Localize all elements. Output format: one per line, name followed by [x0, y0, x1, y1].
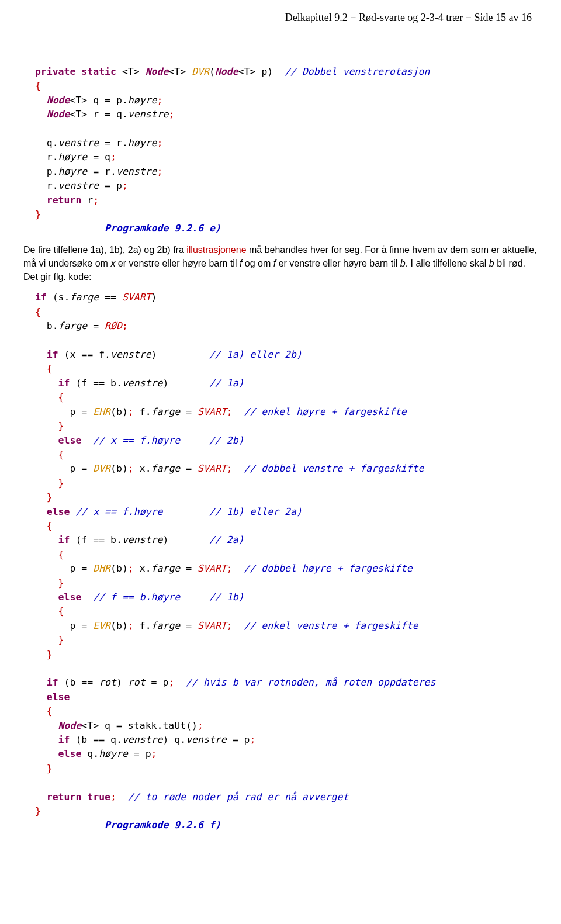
- cmt-ffb: // f == b.høyre: [93, 591, 180, 603]
- kw-if: if: [35, 292, 47, 303]
- kw-else4: else: [47, 691, 70, 702]
- type-node: Node: [146, 66, 169, 77]
- kw-if3: if: [58, 378, 70, 389]
- kw-if6: if: [58, 734, 70, 745]
- f-venstre7: venstre: [122, 534, 163, 545]
- kw-else3: else: [58, 591, 82, 603]
- cmt-enkv: // enkel venstre + fargeskifte: [244, 620, 418, 631]
- f-venstre9: venstre: [186, 734, 227, 745]
- cmt-1a2b: // 1a) eller 2b): [209, 349, 302, 360]
- kw-if2: if: [47, 349, 58, 360]
- f-farge4: farge: [151, 463, 181, 474]
- c-svart: SVART: [122, 292, 151, 303]
- comment-1: // Dobbel venstrerotasjon: [285, 66, 430, 77]
- em-b2: b: [489, 258, 494, 268]
- type-node-4: Node: [47, 109, 70, 120]
- type-node5: Node: [58, 720, 82, 731]
- f-venstre2: venstre: [58, 137, 99, 148]
- func-dvr2: DVR: [93, 463, 110, 474]
- f-rot2: rot: [128, 677, 146, 688]
- kw-else5: else: [58, 748, 82, 759]
- caption-2: Programkode 9.2.6 f): [105, 819, 221, 830]
- func-dhr: DHR: [93, 563, 110, 574]
- caption-1: Programkode 9.2.6 e): [105, 223, 221, 234]
- f-hoyre: høyre: [128, 95, 157, 106]
- f-hoyre5: høyre: [99, 748, 128, 759]
- f-venstre3: venstre: [116, 166, 157, 177]
- f-venstre5: venstre: [110, 349, 151, 360]
- type-node-3: Node: [47, 95, 70, 106]
- c-svart4: SVART: [198, 563, 227, 574]
- type-node-2: Node: [215, 66, 238, 77]
- cmt-1a: // 1a): [209, 378, 244, 389]
- kw-if4: if: [58, 534, 70, 545]
- cmt-1b2a: // 1b) eller 2a): [209, 506, 302, 517]
- func-dvr: DVR: [192, 66, 209, 77]
- link-illustrasjonene[interactable]: illustrasjonene: [186, 245, 246, 255]
- cmt-2b: // 2b): [209, 435, 244, 446]
- f-farge3: farge: [151, 406, 181, 417]
- prose-1f: . I alle tilfellene skal: [406, 258, 489, 268]
- f-farge5: farge: [151, 563, 181, 574]
- kw-if5: if: [47, 677, 58, 688]
- f-venstre: venstre: [128, 109, 169, 120]
- c-svart5: SVART: [198, 620, 227, 631]
- cmt-avv: // to røde noder på rad er nå avverget: [128, 791, 349, 802]
- prose-1c: er venstre eller høyre barn til: [115, 258, 240, 268]
- prose-1d: og om: [242, 258, 273, 268]
- f-rot: rot: [99, 677, 116, 688]
- cmt-enkh: // enkel høyre + fargeskifte: [244, 406, 407, 417]
- cmt-2a: // 2a): [209, 534, 244, 545]
- cmt-xfh: // x == f.høyre: [93, 435, 180, 446]
- cmt-1b: // 1b): [209, 591, 244, 603]
- kw-return: return: [47, 195, 82, 206]
- f-hoyre2: høyre: [128, 137, 157, 148]
- c-svart2: SVART: [198, 406, 227, 417]
- kw-private: private: [35, 66, 76, 77]
- func-evr: EVR: [93, 620, 110, 631]
- kw-else: else: [58, 435, 82, 446]
- code-block-1: private static <T> Node<T> DVR(Node<T> p…: [23, 65, 538, 236]
- code-block-2: if (s.farge == SVART) { b.farge = RØD; i…: [23, 290, 538, 832]
- page-header: Delkapittel 9.2 − Rød-svarte og 2-3-4 tr…: [23, 12, 532, 24]
- f-venstre6: venstre: [122, 378, 163, 389]
- kw-true: true: [87, 791, 110, 802]
- f-hoyre4: høyre: [58, 166, 88, 177]
- prose-1a: De fire tilfellene 1a), 1b), 2a) og 2b) …: [23, 245, 186, 255]
- func-ehr: EHR: [93, 406, 110, 417]
- cmt-dobh: // dobbel høyre + fargeskifte: [244, 563, 413, 574]
- kw-else2: else: [47, 506, 70, 517]
- f-farge6: farge: [151, 620, 181, 631]
- f-venstre8: venstre: [122, 734, 163, 745]
- prose-1e: er venstre eller høyre barn til: [276, 258, 400, 268]
- cmt-xfh2: // x == f.høyre: [75, 506, 162, 517]
- kw-static: static: [81, 66, 116, 77]
- kw-return2: return: [47, 791, 82, 802]
- f-venstre4: venstre: [58, 180, 99, 191]
- em-b: b: [400, 258, 406, 268]
- c-svart3: SVART: [198, 463, 227, 474]
- f-farge2: farge: [58, 320, 88, 331]
- c-rod: RØD: [105, 320, 122, 331]
- cmt-dobv: // dobbel venstre + fargeskifte: [244, 463, 424, 474]
- cmt-rot: // hvis b var rotnoden, må roten oppdate…: [186, 677, 435, 688]
- prose-1: De fire tilfellene 1a), 1b), 2a) og 2b) …: [23, 243, 538, 284]
- f-farge: farge: [70, 292, 99, 303]
- f-hoyre3: høyre: [58, 151, 88, 162]
